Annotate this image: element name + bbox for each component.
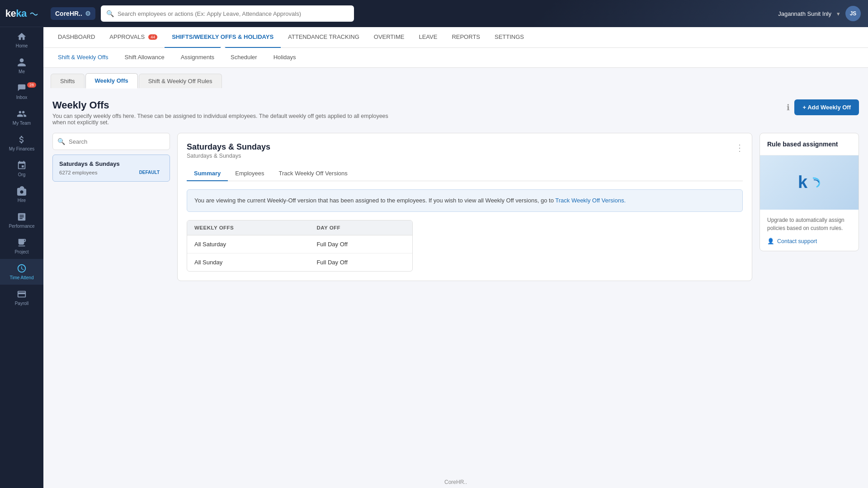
project-icon: [17, 238, 27, 248]
nav-tabs: DASHBOARD APPROVALS 44 SHIFTS/WEEKLY OFF…: [43, 27, 868, 48]
day-off-cell: Full Day Off: [309, 235, 412, 253]
info-icon[interactable]: ℹ: [787, 103, 790, 113]
page-header: Weekly Offs You can specify weekly offs …: [52, 99, 859, 126]
widget-description: Upgrade to automatically assign policies…: [767, 216, 851, 232]
sidebar-label-my-finances: My Finances: [9, 146, 35, 151]
detail-menu-button[interactable]: ⋮: [735, 142, 745, 153]
footer: CoreHR..: [43, 476, 868, 488]
sidebar-item-me[interactable]: Me: [0, 53, 43, 79]
sidebar-item-project[interactable]: Project: [0, 233, 43, 259]
sub-nav-holidays[interactable]: Holidays: [266, 48, 303, 68]
sidebar-label-me: Me: [19, 69, 25, 74]
inner-tab-shift-rules[interactable]: Shift & Weekly Off Rules: [139, 74, 222, 88]
policy-employee-count: 6272 employees: [59, 170, 97, 175]
nav-tab-approvals[interactable]: APPROVALS 44: [102, 27, 165, 48]
sub-nav-shift-weekly[interactable]: Shift & Weekly Offs: [51, 48, 116, 68]
sidebar-label-performance: Performance: [9, 224, 34, 229]
dropdown-arrow[interactable]: ▾: [837, 10, 840, 17]
sidebar-item-hire[interactable]: Hire: [0, 182, 43, 207]
nav-tab-overtime[interactable]: OVERTIME: [367, 27, 412, 48]
widget-link-label: Contact support: [777, 238, 817, 244]
topbar-right: Jagannath Sunit Inly ▾ JS: [778, 6, 861, 21]
home-icon: [17, 32, 27, 42]
sidebar-label-hire: Hire: [18, 198, 26, 203]
detail-and-widget: ⋮ Saturdays & Sundays Saturdays & Sunday…: [177, 133, 859, 281]
track-versions-link[interactable]: Track Weekly Off Versions.: [555, 197, 626, 204]
sidebar-item-home[interactable]: Home: [0, 27, 43, 53]
keka-logo-widget: k: [796, 169, 823, 196]
nav-tab-settings[interactable]: SETTINGS: [487, 27, 531, 48]
team-icon: [17, 109, 27, 119]
nav-tab-attendance[interactable]: ATTENDANCE TRACKING: [281, 27, 367, 48]
info-text: You are viewing the current Weekly-Off v…: [194, 197, 555, 204]
user-avatar[interactable]: JS: [845, 6, 861, 21]
detail-tab-summary[interactable]: Summary: [187, 166, 228, 181]
policy-search-input[interactable]: [69, 138, 165, 145]
sidebar-item-payroll[interactable]: Payroll: [0, 285, 43, 310]
nav-tab-shifts[interactable]: SHIFTS/WEEKLY OFFS & HOLIDAYS: [165, 27, 281, 48]
left-panel: 🔍 Saturdays & Sundays 6272 employees DEF…: [52, 133, 170, 281]
detail-card: ⋮ Saturdays & Sundays Saturdays & Sunday…: [177, 133, 752, 281]
sidebar-label-project: Project: [14, 249, 28, 254]
table-col2-header: DAY OFF: [309, 221, 412, 235]
sidebar-item-org[interactable]: Org: [0, 156, 43, 182]
widget-title: Rule based assignment: [760, 133, 859, 155]
two-col-layout: 🔍 Saturdays & Sundays 6272 employees DEF…: [52, 133, 859, 281]
global-search[interactable]: 🔍: [101, 5, 354, 22]
page-title: Weekly Offs: [52, 99, 392, 111]
app-name-button[interactable]: CoreHR.. ⚙: [51, 7, 95, 20]
policy-item-sat-sun[interactable]: Saturdays & Sundays 6272 employees DEFAU…: [52, 155, 170, 182]
org-icon: [17, 160, 27, 170]
finances-icon: [17, 135, 27, 145]
detail-tab-track-versions[interactable]: Track Weekly Off Versions: [272, 166, 355, 181]
support-icon: 👤: [767, 238, 774, 244]
inbox-badge: 28: [27, 82, 36, 88]
svg-text:k: k: [798, 173, 808, 192]
policy-search-box[interactable]: 🔍: [52, 133, 170, 150]
detail-title: Saturdays & Sundays: [187, 142, 743, 152]
payroll-icon: [17, 289, 27, 299]
sidebar-item-time-attend[interactable]: Time Attend: [0, 259, 43, 285]
inner-tab-shifts[interactable]: Shifts: [51, 74, 85, 88]
performance-icon: [17, 212, 27, 222]
policy-name: Saturdays & Sundays: [59, 160, 163, 167]
inner-tabs: Shifts Weekly Offs Shift & Weekly Off Ru…: [43, 68, 868, 89]
detail-tab-employees[interactable]: Employees: [228, 166, 271, 181]
policy-meta: 6272 employees DEFAULT: [59, 169, 163, 176]
add-weekly-off-button[interactable]: + Add Weekly Off: [794, 99, 859, 115]
nav-tab-dashboard[interactable]: DASHBOARD: [51, 27, 102, 48]
sidebar-logo[interactable]: keka: [0, 0, 43, 27]
content-area: Weekly Offs You can specify weekly offs …: [43, 89, 868, 476]
nav-tab-leave[interactable]: LEAVE: [411, 27, 444, 48]
sidebar-label-inbox: Inbox: [16, 95, 27, 100]
table-col1-header: WEEKLY OFFS: [187, 221, 309, 235]
side-widget: Rule based assignment k Upgrade to autom…: [760, 133, 859, 281]
clock-icon: [17, 263, 27, 273]
right-content: ⋮ Saturdays & Sundays Saturdays & Sunday…: [177, 133, 859, 281]
search-input[interactable]: [118, 10, 349, 17]
contact-support-link[interactable]: 👤 Contact support: [767, 238, 851, 244]
sidebar-item-my-finances[interactable]: My Finances: [0, 130, 43, 156]
gear-icon[interactable]: ⚙: [85, 10, 91, 17]
sub-nav-shift-allowance[interactable]: Shift Allowance: [118, 48, 172, 68]
sidebar-item-inbox[interactable]: 28 Inbox: [0, 79, 43, 104]
table-row: All Saturday Full Day Off: [187, 235, 412, 253]
sidebar-item-my-team[interactable]: My Team: [0, 104, 43, 130]
logo-text: keka: [5, 8, 38, 19]
sub-nav-scheduler[interactable]: Scheduler: [223, 48, 264, 68]
user-name: Jagannath Sunit Inly: [778, 10, 831, 17]
sidebar-label-my-team: My Team: [13, 121, 31, 126]
app-name-text: CoreHR..: [55, 10, 82, 17]
sidebar-item-performance[interactable]: Performance: [0, 207, 43, 233]
detail-card-inner: ⋮ Saturdays & Sundays Saturdays & Sunday…: [177, 133, 752, 281]
nav-tab-reports[interactable]: REPORTS: [444, 27, 487, 48]
hire-icon: [17, 186, 27, 196]
sidebar-label-time-attend: Time Attend: [10, 275, 34, 280]
footer-text: CoreHR..: [444, 479, 467, 485]
widget-body: Upgrade to automatically assign policies…: [760, 210, 859, 251]
sub-nav-assignments[interactable]: Assignments: [174, 48, 222, 68]
inner-tab-weekly-offs[interactable]: Weekly Offs: [85, 73, 138, 89]
sidebar: keka Home Me 28 Inbox My Team My Finance…: [0, 0, 43, 488]
table-row: All Sunday Full Day Off: [187, 253, 412, 271]
approvals-badge: 44: [148, 34, 157, 40]
